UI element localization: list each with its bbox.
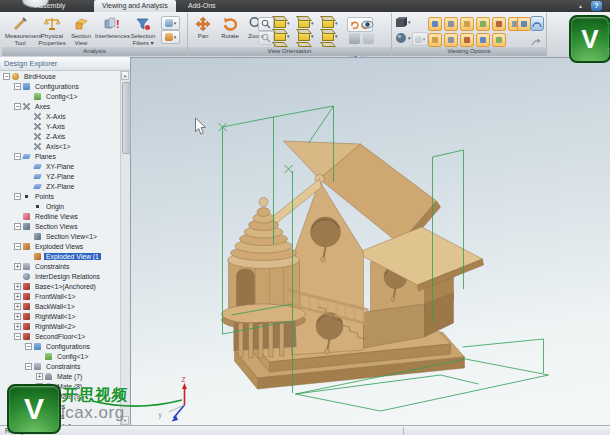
tree-expander-minus[interactable]: − [14, 103, 21, 110]
exploded-icon [34, 253, 41, 260]
physical-properties-button[interactable]: Physical Properties [37, 15, 67, 47]
tree-item[interactable]: +RightWall<1> [0, 311, 121, 321]
section-view-button[interactable]: Section View [68, 15, 94, 47]
tree-item[interactable]: −Axes [0, 101, 121, 111]
view-cube-3-button[interactable]: ▾ [322, 16, 346, 29]
tree-item[interactable]: −Constraints [0, 361, 121, 371]
tree-item[interactable]: Config<1> [0, 91, 121, 101]
pan-button[interactable]: Pan [190, 15, 216, 47]
help-icon[interactable]: ? [591, 1, 602, 11]
tree-item[interactable]: +RightWall<2> [0, 321, 121, 331]
zoom-out-button[interactable] [258, 31, 274, 45]
tree-item[interactable]: Axis<1> [0, 141, 121, 151]
annotation-dropdown-button[interactable]: ▾ [161, 16, 180, 30]
tree-item[interactable]: Redline Views [0, 211, 121, 221]
graphics-viewport[interactable]: Z y [131, 57, 610, 426]
tree-item[interactable]: InterDesign Relations [0, 271, 121, 281]
viewing-option-toggle[interactable] [517, 17, 531, 31]
tree-expander-minus[interactable]: − [14, 153, 21, 160]
interferences-button[interactable]: ! Interferences [95, 15, 127, 47]
tree-item-label: YZ-Plane [44, 173, 76, 180]
viewing-option-toggle[interactable] [428, 33, 442, 47]
tree-expander-minus[interactable]: − [25, 343, 32, 350]
tree-item[interactable]: Exploded View (1 [0, 251, 121, 261]
config-icon [34, 343, 41, 350]
tree-expander-minus[interactable]: − [25, 363, 32, 370]
tree-item[interactable]: +FrontWall<1> [0, 291, 121, 301]
tab-assembly[interactable]: Assembly [27, 0, 73, 12]
tree-item[interactable]: Section View<1> [0, 231, 121, 241]
magnifier-minus-icon [261, 33, 271, 43]
tree-item[interactable]: YZ-Plane [0, 171, 121, 181]
display-extra-dropdown[interactable]: ▾ [412, 32, 428, 46]
viewing-option-toggle[interactable] [444, 33, 458, 47]
tree-item[interactable]: −SecondFloor<1> [0, 331, 121, 341]
tab-add-ons[interactable]: Add-Ons [180, 0, 224, 12]
tree-expander-plus[interactable]: + [14, 303, 21, 310]
tree-item[interactable]: +Mate (7) [0, 371, 121, 381]
tree-item[interactable]: −BirdHouse [0, 71, 121, 81]
rotate-button[interactable]: Rotate [217, 15, 243, 47]
tab-viewing-and-analysis[interactable]: Viewing and Analysis [94, 0, 176, 12]
birdhouse-model[interactable] [222, 141, 484, 389]
options-more-button[interactable] [531, 33, 541, 42]
tree-item[interactable]: Y-Axis [0, 121, 121, 131]
view-cube-2-button[interactable]: ▾ [298, 16, 322, 29]
appearance-button[interactable] [530, 16, 544, 31]
viewing-option-toggle[interactable] [492, 17, 506, 31]
view-cube-6-button[interactable]: ▾ [322, 29, 346, 42]
tree-item[interactable]: −Exploded Views [0, 241, 121, 251]
viewing-option-toggle[interactable] [428, 17, 442, 31]
tree-item[interactable]: +BackWall<1> [0, 301, 121, 311]
tree-item[interactable]: ZX-Plane [0, 181, 121, 191]
tree-item[interactable]: X-Axis [0, 111, 121, 121]
scroll-up-icon[interactable]: ▲ [121, 71, 129, 80]
tree-item[interactable]: −Planes [0, 151, 121, 161]
tree-item-label: Mate (7) [55, 373, 84, 380]
button-label: Measurement [5, 33, 35, 40]
shading-dropdown[interactable]: ▾ [395, 32, 411, 44]
viewing-option-toggle[interactable] [492, 33, 506, 47]
selection-filters-button[interactable]: Selection Filters ▾ [128, 15, 158, 47]
redline-dropdown-button[interactable]: ▾ [161, 30, 180, 44]
view-cube-5-button[interactable]: ▾ [298, 29, 322, 42]
tree-item[interactable]: −Points [0, 191, 121, 201]
tree-item[interactable]: +Constraints [0, 261, 121, 271]
tree-scrollbar[interactable]: ▲ ▼ [120, 71, 130, 425]
view-cube-1-button[interactable]: ▾ [274, 16, 298, 29]
tree-item[interactable]: Z-Axis [0, 131, 121, 141]
visibility-option-icon[interactable] [349, 33, 360, 44]
tree-expander-minus[interactable]: − [14, 193, 21, 200]
tree-expander-minus[interactable]: − [14, 83, 21, 90]
visibility-option-icon[interactable] [363, 33, 374, 44]
viewing-option-toggle[interactable] [460, 33, 474, 47]
tree-expander-minus[interactable]: − [14, 333, 21, 340]
tree-expander-plus[interactable]: + [14, 293, 21, 300]
tree-item[interactable]: Config<1> [0, 351, 121, 361]
tree-expander-plus[interactable]: + [14, 323, 21, 330]
tree-item[interactable]: −Configurations [0, 341, 121, 351]
tree-item[interactable]: Origin [0, 201, 121, 211]
viewing-option-toggle[interactable] [476, 17, 490, 31]
minimize-ribbon-icon[interactable]: ▴ [579, 2, 582, 9]
tree-item[interactable]: +Base<1>(Anchored) [0, 281, 121, 291]
tree-expander-plus[interactable]: + [14, 313, 21, 320]
tree-expander-minus[interactable]: − [3, 73, 10, 80]
tree-item[interactable]: −Section Views [0, 221, 121, 231]
scrollbar-thumb[interactable] [122, 82, 131, 154]
tree-expander-plus[interactable]: + [14, 263, 21, 270]
eye-button[interactable] [361, 17, 374, 30]
tree-expander-minus[interactable]: − [14, 223, 21, 230]
viewing-option-toggle[interactable] [444, 17, 458, 31]
viewing-option-toggle[interactable] [476, 33, 490, 47]
viewing-option-toggle[interactable] [460, 17, 474, 31]
tree-item[interactable]: −Configurations [0, 81, 121, 91]
measurement-tool-button[interactable]: Measurement Tool [5, 15, 35, 47]
render-mode-dropdown[interactable]: ▾ [395, 16, 411, 28]
tree-item-label: Axes [33, 103, 52, 110]
tree-expander-plus[interactable]: + [36, 373, 43, 380]
tree-expander-minus[interactable]: − [14, 243, 21, 250]
view-cube-4-button[interactable]: ▾ [274, 29, 298, 42]
tree-expander-plus[interactable]: + [14, 283, 21, 290]
tree-item[interactable]: XY-Plane [0, 161, 121, 171]
